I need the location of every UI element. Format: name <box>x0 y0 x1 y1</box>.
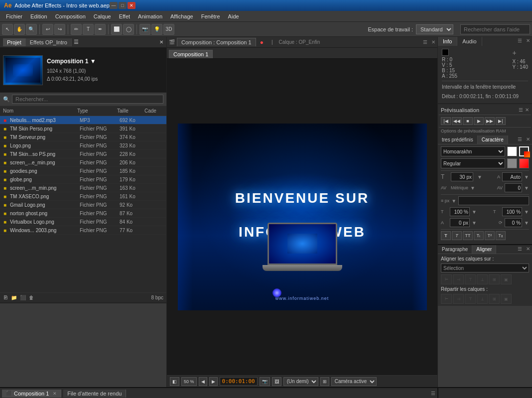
tool-mask[interactable]: ⬜ <box>111 24 122 35</box>
dist-right[interactable]: ⊤ <box>465 294 476 304</box>
v-scale-dropdown[interactable]: ▼ <box>524 209 529 215</box>
preview-ram-options[interactable]: Options de prévisualisation RAM <box>439 127 531 134</box>
vp-zoom-btn[interactable]: 50 % <box>181 377 197 386</box>
leading-input[interactable] <box>458 196 529 205</box>
menu-composition[interactable]: Composition <box>51 12 90 20</box>
tool-camera[interactable]: 📷 <box>139 24 150 35</box>
menu-fenetre[interactable]: Fenêtre <box>197 12 224 20</box>
dist-top[interactable]: ⊥ <box>477 294 488 304</box>
style-sub[interactable]: T₂ <box>496 231 506 240</box>
dist-bottom[interactable]: ▣ <box>501 294 512 304</box>
file-row[interactable]: ■ Virtualbox Logo.png Fichier PNG 84 Ko <box>0 218 166 226</box>
menu-aide[interactable]: Aide <box>224 12 243 20</box>
align-bottom[interactable]: ▣ <box>501 274 512 284</box>
menu-effet[interactable]: Effet <box>115 12 134 20</box>
font-stroke-btn[interactable] <box>519 146 529 156</box>
rotate-dropdown[interactable]: ▼ <box>524 220 529 226</box>
vp-grid-btn[interactable]: ⊞ <box>320 377 329 386</box>
font-size-input[interactable] <box>451 172 473 181</box>
align-right[interactable]: ⊤ <box>465 274 476 284</box>
tool-redo[interactable]: ↪ <box>54 24 65 35</box>
vp-quality-select[interactable]: (Un demi) Complète <box>283 377 318 386</box>
h-scale-input[interactable] <box>450 207 470 216</box>
preview-stop[interactable]: ■ <box>463 117 473 125</box>
baseline-input[interactable] <box>450 218 470 227</box>
tool-select[interactable]: ↖ <box>2 24 13 35</box>
dist-hcenter[interactable]: ⊣ <box>453 294 464 304</box>
tool-light[interactable]: 💡 <box>151 24 162 35</box>
align-hcenter[interactable]: ⊣ <box>453 274 464 284</box>
file-row[interactable]: ■ goodies.png Fichier PNG 185 Ko <box>0 167 166 175</box>
info-tab[interactable]: Info <box>438 37 457 46</box>
col-header-size[interactable]: Taille <box>117 108 144 114</box>
align-tab[interactable]: Aligner <box>472 245 496 254</box>
file-row[interactable]: ■ Gmail Logo.png Fichier PNG 92 Ko <box>0 201 166 209</box>
menu-animation[interactable]: Animation <box>134 12 166 20</box>
menu-fichier[interactable]: Fichier <box>2 12 26 20</box>
file-row[interactable]: ■ screen_...m_min.png Fichier PNG 163 Ko <box>0 184 166 192</box>
tool-brush[interactable]: ✏ <box>71 24 82 35</box>
style-bold[interactable]: T <box>441 231 451 240</box>
menu-edition[interactable]: Edition <box>26 12 51 20</box>
file-row[interactable]: ■ TM Skin...so PS.png Fichier PNG 228 Ko <box>0 150 166 158</box>
file-row[interactable]: ■ Nebulis... mod2.mp3 MP3 692 Ko <box>0 116 166 125</box>
char-tab[interactable]: Caractère <box>478 135 508 144</box>
preview-to-start[interactable]: |◀ <box>441 117 451 125</box>
vp-fit-btn[interactable]: ◧ <box>170 377 179 386</box>
tracking-input[interactable] <box>505 183 522 192</box>
tool-pen[interactable]: ✒ <box>95 24 106 35</box>
col-header-cad[interactable]: Cade <box>144 108 159 114</box>
tool-text[interactable]: T <box>83 24 94 35</box>
audio-tab[interactable]: Audio <box>457 37 482 46</box>
file-row[interactable]: ■ TM XASECO.png Fichier PNG 161 Ko <box>0 192 166 201</box>
effects-tab[interactable]: Effets OP_Intro <box>26 38 72 46</box>
project-folder-btn[interactable]: 📁 <box>11 295 17 300</box>
menu-calque[interactable]: Calque <box>90 12 115 20</box>
font-style-select[interactable]: Regular <box>441 158 505 168</box>
rotate-input[interactable] <box>505 218 522 227</box>
align-left[interactable]: ⊢ <box>441 274 452 284</box>
baseline-dropdown[interactable]: ▼ <box>472 220 477 226</box>
comp-tab-composition1[interactable]: Composition 1 <box>169 50 213 58</box>
vp-show-snapshot[interactable]: 🖼 <box>272 377 281 386</box>
project-comp-btn[interactable]: ⬛ <box>20 295 26 300</box>
font-color3-btn[interactable] <box>519 158 529 168</box>
preview-to-end[interactable]: ▶| <box>496 117 506 125</box>
tool-zoom[interactable]: 🔍 <box>26 24 37 35</box>
fontsize-dropdown[interactable]: ▼ <box>477 174 482 180</box>
metric-dropdown[interactable]: ▼ <box>470 185 475 191</box>
viewport[interactable]: BIENVENUE SUR INFORMATIWEB www.informati… <box>167 59 437 375</box>
font-family-select[interactable]: Homoarakhn <box>441 146 505 156</box>
project-add-btn[interactable]: 🖹 <box>3 295 8 300</box>
minimize-button[interactable]: — <box>110 2 118 9</box>
align-selection-select[interactable]: Sélection <box>441 264 529 272</box>
file-row[interactable]: ■ globe.png Fichier PNG 179 Ko <box>0 175 166 184</box>
v-scale-input[interactable] <box>502 207 522 216</box>
close-button[interactable]: ✕ <box>128 2 135 9</box>
dist-left[interactable]: ⊢ <box>441 294 452 304</box>
vp-timecode[interactable]: 0:00:01:00 <box>220 377 258 386</box>
vp-prev-frame[interactable]: ◀ <box>199 377 207 386</box>
file-row[interactable]: ■ Logo.png Fichier PNG 323 Ko <box>0 141 166 150</box>
workspace-select[interactable]: Standard <box>416 24 453 34</box>
file-row[interactable]: ■ TM Skin Perso.png Fichier PNG 391 Ko <box>0 125 166 133</box>
para-tab[interactable]: Paragraphe <box>438 245 472 254</box>
project-tab[interactable]: Projet <box>3 38 26 46</box>
vp-camera-select[interactable]: Caméra active <box>331 377 377 386</box>
col-header-type[interactable]: Type <box>77 108 117 114</box>
vp-next-frame[interactable]: ▶ <box>209 377 218 386</box>
tool-3d[interactable]: 3D <box>163 24 174 35</box>
tool-shape[interactable]: ◯ <box>123 24 134 35</box>
tl-comp-close[interactable]: ✕ <box>53 391 57 396</box>
font-color-btn[interactable] <box>507 146 517 156</box>
tl-tab-composition1[interactable]: ⬛ Composition 1 ✕ <box>2 390 61 398</box>
file-row[interactable]: ■ TM Serveur.png Fichier PNG 374 Ko <box>0 133 166 141</box>
tool-hand[interactable]: ✋ <box>14 24 25 35</box>
style-super[interactable]: T² <box>485 231 495 240</box>
presets-tab[interactable]: tres prédéfinis <box>438 135 478 144</box>
kerning-dropdown[interactable]: ▼ <box>524 174 529 180</box>
file-row[interactable]: ■ screen_...e_min.png Fichier PNG 206 Ko <box>0 158 166 167</box>
style-allcaps[interactable]: TT <box>463 231 473 240</box>
preview-play[interactable]: ▶ <box>474 117 484 125</box>
dist-vcenter[interactable]: ⊞ <box>489 294 500 304</box>
